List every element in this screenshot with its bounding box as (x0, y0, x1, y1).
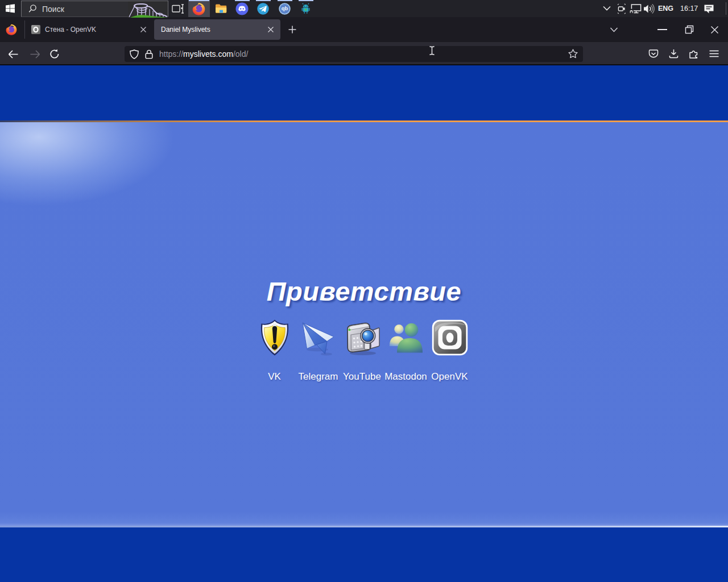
svg-text:qb: qb (281, 5, 288, 11)
